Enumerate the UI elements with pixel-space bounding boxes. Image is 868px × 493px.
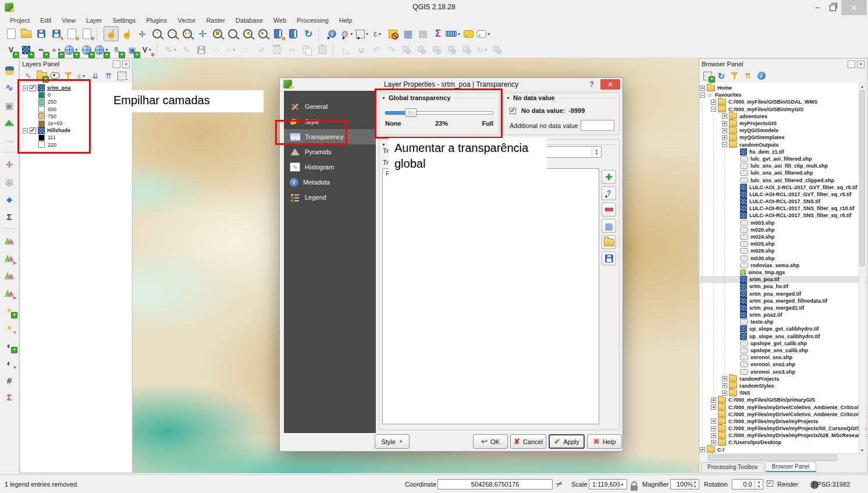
increase-brightness[interactable]: ☀+ <box>2 303 16 317</box>
chevron-down-icon[interactable]: ▼ <box>173 48 177 52</box>
new-bookmark[interactable]: ⚙ <box>271 27 285 41</box>
browser-tree-item[interactable]: lulc_sns_aoi_filt_clip_mult.shp <box>700 162 866 169</box>
remove-layer[interactable]: − <box>116 70 128 81</box>
run-feature-action[interactable]: ⚙▲▼ <box>340 27 354 41</box>
increase-contrast[interactable]: ◐+ <box>2 338 16 352</box>
scroll-down-icon[interactable]: ▼ <box>859 447 865 453</box>
composer-manager[interactable]: ⚙ <box>80 27 94 41</box>
open-attribute-table[interactable]: ▦ <box>401 27 415 41</box>
menu-plugins[interactable]: Plugins <box>141 16 172 24</box>
browser-tree-item[interactable]: upslope_sns_calib.shp <box>700 347 866 354</box>
expander-icon[interactable]: + <box>700 86 705 91</box>
new-shapefile-layer[interactable]: V+ <box>4 43 18 57</box>
browser-tree-item[interactable]: up_slope_gvt_calibhydro.tif <box>700 325 866 332</box>
browser-tree-item[interactable]: LULC-AOI-RCL-2017_SNS_filter_sq_r10.tif <box>700 205 866 212</box>
chevron-down-icon[interactable]: ▼ <box>350 32 354 36</box>
spin-up-icon[interactable]: ▲ <box>691 480 699 484</box>
undo[interactable]: ↶ <box>369 43 383 57</box>
menu-view[interactable]: View <box>56 16 81 24</box>
copy-features[interactable] <box>300 43 314 57</box>
default-values-button[interactable]: ▦ <box>602 219 616 233</box>
chevron-down-icon[interactable]: ▼ <box>365 32 369 36</box>
chevron-down-icon[interactable]: ▼ <box>457 32 461 36</box>
menu-project[interactable]: Project <box>5 16 35 24</box>
browser-tree-item[interactable]: +SNS <box>700 389 866 396</box>
browser-tree-item[interactable]: lulc_sns_aoi_filtered_clipped.shp <box>700 176 866 183</box>
merge-features[interactable] <box>490 43 504 57</box>
browser-tree-item[interactable]: srtm_poa2.tif <box>700 311 866 318</box>
expander-icon[interactable]: − <box>722 142 727 147</box>
add-postgis-layer[interactable]: ●+▼ <box>49 43 63 57</box>
ok-button[interactable]: ↩ OK <box>473 434 508 449</box>
scroll-up-icon[interactable]: ▲ <box>859 83 865 90</box>
chevron-down-icon[interactable]: ▼ <box>105 48 109 52</box>
browser-tree-item[interactable]: C:/000_myFiles/myDrive/Coletivo_Ambiente… <box>700 411 866 418</box>
browser-tree-item[interactable]: LULC-AOI_2-RCL-2017_GVT_filter_sq_r5.tif <box>700 184 866 191</box>
browser-tree-item[interactable]: +myQGIStemplates <box>700 134 866 141</box>
float-panel-icon[interactable]: ▫ <box>848 61 855 68</box>
browser-tree-item[interactable]: teste.shp <box>700 318 866 325</box>
current-edits[interactable]: ✎▼ <box>164 43 178 57</box>
lock-scale-icon[interactable] <box>631 485 638 491</box>
expander-icon[interactable]: + <box>722 128 727 133</box>
browser-tree-item[interactable]: −randomOutputs <box>700 141 866 148</box>
chevron-down-icon[interactable]: ▼ <box>232 48 236 52</box>
cancel-button[interactable]: ✘ Cancel <box>510 434 546 449</box>
browser-tree-item[interactable]: +randomProjects <box>700 375 866 382</box>
zoom-to-selection[interactable]: □ <box>226 27 240 41</box>
remove-values-button[interactable] <box>602 203 616 217</box>
browser-tree-item[interactable]: +C:/000_myFiles/myDrive/myProjects/00_Cu… <box>700 425 866 432</box>
add-selected-layers[interactable]: + <box>702 70 714 81</box>
dialog-tab-pyramids[interactable]: Pyramids <box>284 144 376 159</box>
browser-tree-item[interactable]: LULC-AOI-RCL-2017_SNS.tif <box>700 198 866 205</box>
measure[interactable]: ▼ <box>446 27 460 41</box>
tab-browser-panel[interactable]: Browser Panel <box>766 462 816 472</box>
collapse-all-browser[interactable]: ⇈ <box>742 70 754 81</box>
browser-tree-item[interactable]: +myQGISmodels <box>700 127 866 134</box>
magnifier-spinbox[interactable]: 100% ▲▼ <box>670 479 699 490</box>
float-panel-icon[interactable]: ▫ <box>113 61 120 68</box>
browser-tree-item[interactable]: LULC-AOI-RCL-2017_GVT_filter_sq_r5.tif <box>700 191 866 198</box>
offset-curve[interactable] <box>460 43 474 57</box>
expander-icon[interactable]: + <box>711 100 716 105</box>
browser-tree-item[interactable]: +C:/Users/Ipo/Desktop <box>700 439 866 446</box>
expander-icon[interactable]: + <box>722 121 727 126</box>
coordinate-capture-icon[interactable]: ✂ <box>554 478 564 489</box>
statistics-table[interactable]: Σ <box>2 210 16 224</box>
browser-tree-item[interactable]: m024.shp <box>700 233 866 240</box>
dialog-tab-histogram[interactable]: Histogram <box>284 159 376 175</box>
expand-all[interactable]: ⇊ <box>89 70 101 81</box>
crosshair-tool[interactable]: ✛ <box>2 157 16 171</box>
redo[interactable]: ↷ <box>385 43 399 57</box>
epsg-label[interactable]: EPSG:31982 <box>813 481 850 488</box>
browser-tree-item[interactable]: rodovias_sema.shp <box>700 262 866 269</box>
rotation-spinbox[interactable]: 0.0 ▲▼ <box>732 479 763 490</box>
python-console[interactable] <box>2 63 16 77</box>
fill-ring[interactable] <box>445 43 459 57</box>
new-raster-layer[interactable]: + <box>19 43 33 57</box>
scrollbar-thumb[interactable] <box>708 455 837 461</box>
rotate-feature[interactable]: ✐ <box>255 43 269 57</box>
simplify-feature[interactable] <box>400 43 414 57</box>
browser-tree-item[interactable]: srtm_poa_hs.tif <box>700 283 866 290</box>
show-bookmarks[interactable] <box>286 27 300 41</box>
chevron-down-icon[interactable]: ▼ <box>148 48 152 52</box>
histogram-stretch-actual[interactable]: ▶ <box>2 251 16 265</box>
browser-tree-item[interactable]: LULC-AOI-RCL-2017_SNS_filter_sq_r5.tif <box>700 212 866 219</box>
browser-tree-item[interactable]: upslope_gvt_calib.shp <box>700 340 866 347</box>
no-data-checkbox[interactable] <box>510 108 516 114</box>
browser-tree-item[interactable]: voronoi_sns3.shp <box>700 368 866 375</box>
browser-tree-item[interactable]: +C:/000_myFiles/GISBin/GDAL_WMS <box>700 98 866 105</box>
browser-tree-item[interactable]: +C:/000_myFiles/myDrive/myProjects/028_M… <box>700 432 866 439</box>
expander-icon[interactable]: + <box>722 376 727 381</box>
decrease-contrast[interactable]: ◐▼ <box>2 356 16 370</box>
add-ring[interactable] <box>415 43 429 57</box>
browser-tree-item[interactable]: m030.shp <box>700 255 866 262</box>
histogram-local-actual[interactable]: ▶ <box>2 286 16 300</box>
horizontal-scrollbar[interactable] <box>700 453 866 461</box>
browser-tree-item[interactable]: srtm_poa_merged_fillnodata.tif <box>700 297 866 304</box>
browser-tree-item[interactable]: +C:/ <box>700 446 866 453</box>
map-tips[interactable] <box>461 27 475 41</box>
zoom-in[interactable]: + <box>150 27 164 41</box>
browser-tree-item[interactable]: voronoi_sns2.shp <box>700 361 866 368</box>
